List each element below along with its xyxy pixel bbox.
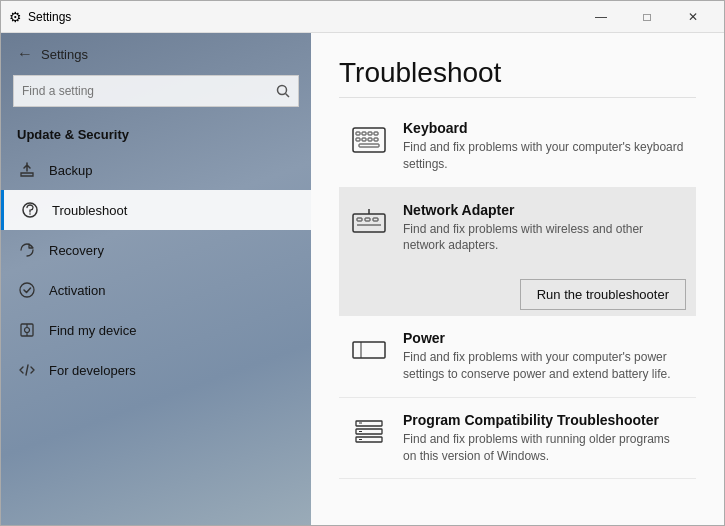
svg-rect-17 — [374, 138, 378, 141]
svg-rect-25 — [353, 342, 385, 358]
title-bar-title: Settings — [28, 10, 578, 24]
svg-rect-10 — [356, 132, 360, 135]
svg-rect-20 — [357, 218, 362, 221]
sidebar-item-activation-label: Activation — [49, 283, 105, 298]
program-compat-item-title: Program Compatibility Troubleshooter — [403, 412, 686, 428]
keyboard-item-text: Keyboard Find and fix problems with your… — [403, 120, 686, 173]
close-button[interactable]: ✕ — [670, 1, 716, 33]
sidebar-item-recovery-label: Recovery — [49, 243, 104, 258]
svg-rect-15 — [362, 138, 366, 141]
program-compat-item-text: Program Compatibility Troubleshooter Fin… — [403, 412, 686, 465]
sidebar-item-for-developers[interactable]: For developers — [1, 350, 311, 390]
title-bar: ⚙ Settings — □ ✕ — [1, 1, 724, 33]
maximize-button[interactable]: □ — [624, 1, 670, 33]
program-compat-item-desc: Find and fix problems with running older… — [403, 431, 686, 465]
svg-point-4 — [20, 283, 34, 297]
power-icon — [349, 330, 389, 370]
power-item-title: Power — [403, 330, 686, 346]
settings-window-icon: ⚙ — [9, 9, 22, 25]
minimize-button[interactable]: — — [578, 1, 624, 33]
developers-icon — [17, 360, 37, 380]
sidebar-item-find-my-device[interactable]: Find my device — [1, 310, 311, 350]
search-box[interactable] — [13, 75, 299, 107]
recovery-icon — [17, 240, 37, 260]
page-title: Troubleshoot — [339, 57, 696, 89]
troubleshoot-item-power: Power Find and fix problems with your co… — [339, 316, 696, 398]
svg-rect-19 — [353, 214, 385, 232]
sidebar-back-nav[interactable]: ← Settings — [1, 33, 311, 75]
backup-icon — [17, 160, 37, 180]
svg-point-3 — [29, 213, 31, 215]
svg-rect-11 — [362, 132, 366, 135]
settings-window: ⚙ Settings — □ ✕ ← Settings — [0, 0, 725, 526]
network-adapter-item-desc: Find and fix problems with wireless and … — [403, 221, 686, 255]
content-area: ← Settings Update & Security — [1, 33, 724, 525]
sidebar-item-backup-label: Backup — [49, 163, 92, 178]
troubleshoot-icon — [20, 200, 40, 220]
power-item-text: Power Find and fix problems with your co… — [403, 330, 686, 383]
program-compat-icon — [349, 412, 389, 452]
svg-rect-12 — [368, 132, 372, 135]
troubleshoot-item-network-adapter[interactable]: Network Adapter Find and fix problems wi… — [339, 188, 696, 270]
svg-line-1 — [286, 94, 290, 98]
keyboard-item-desc: Find and fix problems with your computer… — [403, 139, 686, 173]
activation-icon — [17, 280, 37, 300]
keyboard-item-title: Keyboard — [403, 120, 686, 136]
troubleshoot-item-keyboard: Keyboard Find and fix problems with your… — [339, 106, 696, 188]
svg-point-6 — [25, 328, 30, 333]
power-item-desc: Find and fix problems with your computer… — [403, 349, 686, 383]
keyboard-icon — [349, 120, 389, 160]
network-adapter-item-text: Network Adapter Find and fix problems wi… — [403, 202, 686, 255]
find-device-icon — [17, 320, 37, 340]
network-adapter-icon — [349, 202, 389, 242]
svg-rect-16 — [368, 138, 372, 141]
svg-point-0 — [278, 86, 287, 95]
sidebar-item-troubleshoot-label: Troubleshoot — [52, 203, 127, 218]
search-icon — [276, 84, 290, 98]
title-bar-controls: — □ ✕ — [578, 1, 716, 33]
svg-rect-22 — [373, 218, 378, 221]
sidebar-item-troubleshoot[interactable]: Troubleshoot — [1, 190, 311, 230]
back-arrow-icon: ← — [17, 45, 33, 63]
run-btn-row: Run the troubleshooter — [339, 269, 696, 316]
svg-rect-14 — [356, 138, 360, 141]
svg-rect-13 — [374, 132, 378, 135]
sidebar-back-label: Settings — [41, 47, 88, 62]
network-adapter-item-title: Network Adapter — [403, 202, 686, 218]
run-troubleshooter-button[interactable]: Run the troubleshooter — [520, 279, 686, 310]
section-divider — [339, 97, 696, 98]
troubleshoot-item-program-compat: Program Compatibility Troubleshooter Fin… — [339, 398, 696, 480]
section-label: Update & Security — [1, 121, 311, 150]
search-input[interactable] — [22, 84, 276, 98]
main-panel: Troubleshoot — [311, 33, 724, 525]
sidebar-item-activation[interactable]: Activation — [1, 270, 311, 310]
svg-rect-18 — [359, 144, 379, 147]
sidebar-item-find-my-device-label: Find my device — [49, 323, 136, 338]
sidebar-item-backup[interactable]: Backup — [1, 150, 311, 190]
svg-rect-21 — [365, 218, 370, 221]
sidebar-item-recovery[interactable]: Recovery — [1, 230, 311, 270]
sidebar-item-for-developers-label: For developers — [49, 363, 136, 378]
sidebar: ← Settings Update & Security — [1, 33, 311, 525]
